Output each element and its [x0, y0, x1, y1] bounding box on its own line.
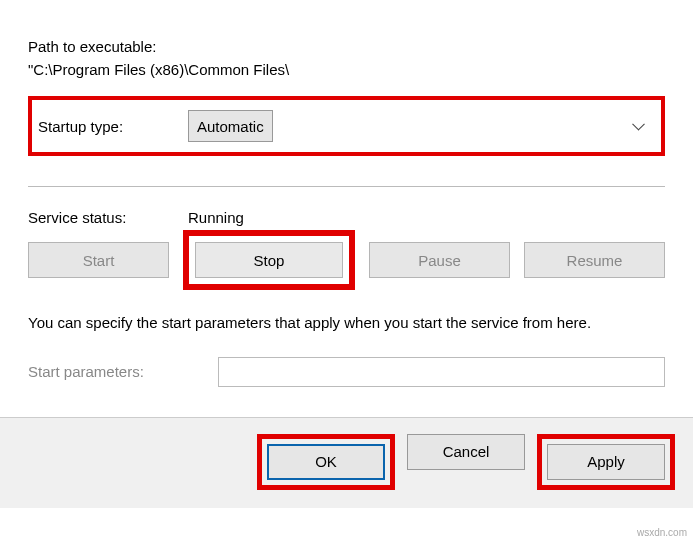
section-divider [28, 186, 665, 187]
startup-type-label: Startup type: [38, 118, 188, 135]
start-parameters-description: You can specify the start parameters tha… [28, 312, 665, 335]
startup-type-highlight: Startup type: Automatic [28, 96, 665, 156]
watermark: wsxdn.com [637, 527, 687, 538]
ok-button[interactable]: OK [267, 444, 385, 480]
service-status-label: Service status: [28, 209, 188, 226]
startup-type-select[interactable]: Automatic [188, 110, 273, 142]
service-status-value: Running [188, 209, 244, 226]
start-button: Start [28, 242, 169, 278]
apply-button-highlight: Apply [537, 434, 675, 490]
start-parameters-label: Start parameters: [28, 363, 218, 380]
dialog-footer: OK Cancel Apply [0, 418, 693, 508]
start-parameters-input [218, 357, 665, 387]
resume-button: Resume [524, 242, 665, 278]
ok-button-highlight: OK [257, 434, 395, 490]
pause-button: Pause [369, 242, 510, 278]
service-control-buttons: Start Stop Pause Resume [28, 242, 665, 290]
cancel-button[interactable]: Cancel [407, 434, 525, 470]
apply-button[interactable]: Apply [547, 444, 665, 480]
path-to-executable-value: "C:\Program Files (x86)\Common Files\ [28, 61, 665, 78]
stop-button[interactable]: Stop [195, 242, 343, 278]
startup-type-select-wrap: Automatic [188, 110, 655, 142]
path-to-executable-label: Path to executable: [28, 38, 665, 55]
stop-button-highlight: Stop [183, 230, 355, 290]
